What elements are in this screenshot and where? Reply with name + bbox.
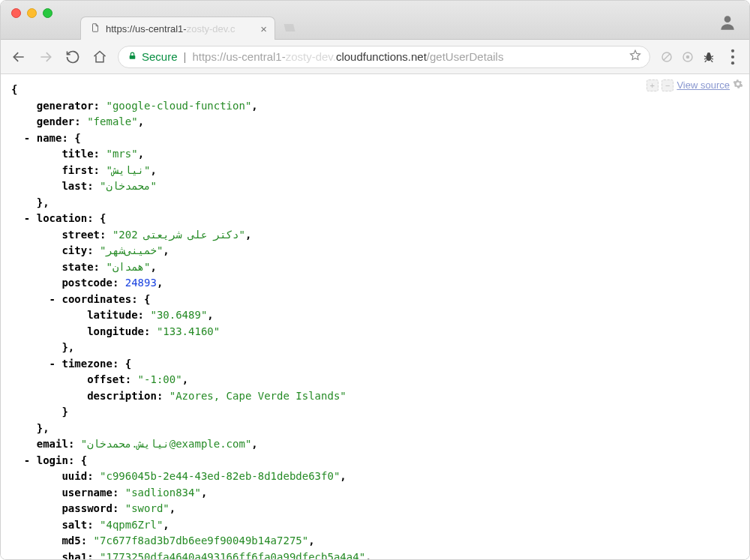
svg-line-3 [664,53,670,60]
bookmark-star-icon[interactable] [628,49,642,64]
svg-point-9 [731,55,734,58]
address-bar[interactable]: Secure | https://us-central1-zosty-dev.c… [118,46,650,68]
home-button[interactable] [88,46,112,68]
collapse-toggle[interactable]: - [24,454,30,466]
new-tab-button[interactable] [280,19,299,37]
window-titlebar: https://us-central1-zosty-dev.c × [1,1,749,40]
svg-point-7 [707,52,711,56]
collapse-toggle[interactable]: - [50,293,56,305]
close-tab-button[interactable]: × [260,23,267,34]
window-controls [11,8,52,18]
svg-point-8 [731,49,734,52]
extension-icons [659,49,716,64]
url-text: https://us-central1-zosty-dev.cloudfunct… [192,50,503,63]
svg-point-5 [687,55,689,58]
page-content: + − View source { generator: "google-clo… [1,74,749,559]
svg-rect-1 [130,55,136,59]
close-window-button[interactable] [11,8,21,18]
svg-point-0 [724,16,731,22]
collapse-toggle[interactable]: - [50,358,56,370]
profile-avatar-icon[interactable] [718,13,737,32]
collapse-toggle[interactable]: - [24,212,30,224]
back-button[interactable] [7,46,31,68]
browser-toolbar: Secure | https://us-central1-zosty-dev.c… [1,40,749,74]
json-body: { generator: "google-cloud-function", ge… [1,74,749,559]
collapse-toggle[interactable]: - [24,132,30,144]
tab-strip: https://us-central1-zosty-dev.c × [80,16,299,39]
separator: | [184,50,187,63]
tab-title: https://us-central1-zosty-dev.c [106,23,255,34]
extension-bug-icon[interactable] [701,49,716,64]
extension-circle-icon[interactable] [680,49,695,64]
collapse-all-button[interactable]: − [662,79,674,91]
expand-all-button[interactable]: + [646,79,658,91]
svg-point-10 [731,61,734,64]
view-source-link[interactable]: View source [676,79,730,91]
document-icon [90,22,100,35]
settings-gear-icon[interactable] [733,79,743,91]
extension-nosign-icon[interactable] [659,49,674,64]
menu-button[interactable] [722,46,743,67]
browser-tab[interactable]: https://us-central1-zosty-dev.c × [80,16,275,40]
reload-button[interactable] [61,46,85,68]
minimize-window-button[interactable] [27,8,37,18]
json-viewer-toolbar: + − View source [646,79,743,91]
maximize-window-button[interactable] [43,8,52,18]
lock-icon [128,50,137,63]
forward-button[interactable] [34,46,58,68]
secure-label: Secure [142,50,178,63]
